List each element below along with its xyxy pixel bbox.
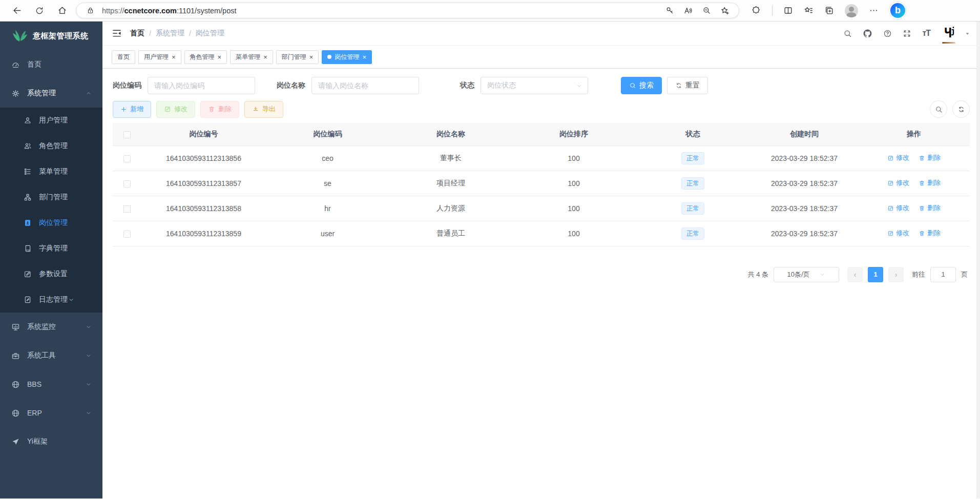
- tab-departments[interactable]: 部门管理: [276, 50, 319, 64]
- github-icon[interactable]: [863, 29, 872, 38]
- font-size-icon[interactable]: тT: [922, 29, 930, 38]
- sidebar-item-yi-framework[interactable]: Yi框架: [0, 427, 102, 456]
- tab-posts-active[interactable]: 岗位管理: [322, 50, 372, 64]
- address-bar[interactable]: https://ccnetcore.com:1101/system/post: [76, 3, 739, 18]
- breadcrumb-current: 岗位管理: [196, 29, 224, 38]
- close-icon[interactable]: [218, 53, 222, 61]
- close-icon[interactable]: [172, 53, 176, 61]
- close-icon[interactable]: [362, 53, 366, 61]
- status-select[interactable]: 岗位状态: [481, 77, 588, 94]
- sidebar-item-menus[interactable]: 菜单管理: [0, 159, 102, 184]
- user-avatar-logo[interactable]: Чj: [941, 25, 957, 41]
- reload-icon[interactable]: [31, 2, 48, 19]
- row-checkbox[interactable]: [123, 180, 131, 188]
- search-icon[interactable]: [843, 29, 852, 38]
- status-badge: 正常: [681, 227, 704, 240]
- zoom-out-icon[interactable]: [700, 4, 713, 17]
- read-aloud-icon[interactable]: [681, 4, 695, 17]
- sidebar-item-posts[interactable]: 岗位管理: [0, 210, 102, 236]
- more-icon[interactable]: [869, 6, 879, 15]
- select-all-checkbox[interactable]: [123, 131, 131, 138]
- chevron-down-icon: [85, 323, 92, 330]
- post-name-input[interactable]: [311, 77, 419, 94]
- collapse-menu-icon[interactable]: [112, 28, 122, 38]
- delete-button-disabled[interactable]: 删除: [200, 101, 239, 118]
- caret-down-icon[interactable]: [964, 30, 971, 37]
- sidebar-item-tools[interactable]: 系统工具: [0, 341, 102, 370]
- scrollbar[interactable]: [976, 22, 980, 498]
- prev-page-button[interactable]: ‹: [847, 267, 863, 282]
- row-delete-link[interactable]: 删除: [919, 178, 941, 188]
- copilot-icon[interactable]: b: [889, 2, 906, 19]
- sidebar-item-bbs[interactable]: BBS: [0, 370, 102, 399]
- tab-home[interactable]: 首页: [112, 50, 135, 64]
- app-title: 意框架管理系统: [33, 31, 89, 41]
- goto-page-input[interactable]: [930, 267, 956, 282]
- fullscreen-icon[interactable]: [903, 29, 911, 38]
- breadcrumb-home[interactable]: 首页: [130, 29, 144, 38]
- sidebar-item-parameters[interactable]: 参数设置: [0, 261, 102, 287]
- lock-icon[interactable]: [84, 4, 97, 17]
- reset-button[interactable]: 重置: [667, 77, 708, 94]
- add-favorite-icon[interactable]: [718, 4, 732, 17]
- row-edit-link[interactable]: 修改: [887, 228, 909, 238]
- cell-post-name: 人力资源: [389, 196, 512, 221]
- back-icon[interactable]: [8, 2, 26, 19]
- page-size-select[interactable]: 10条/页: [774, 267, 839, 282]
- favorites-icon[interactable]: [804, 6, 814, 15]
- next-page-button[interactable]: ›: [888, 267, 904, 282]
- post-code-input[interactable]: [148, 77, 255, 94]
- edit-square-icon: [24, 270, 32, 278]
- tab-roles[interactable]: 角色管理: [184, 50, 227, 64]
- row-delete-link[interactable]: 删除: [919, 228, 941, 238]
- export-button[interactable]: 导出: [244, 101, 283, 118]
- help-icon[interactable]: [883, 29, 892, 38]
- row-edit-link[interactable]: 修改: [887, 203, 909, 213]
- toggle-search-button[interactable]: [930, 100, 947, 118]
- tab-users[interactable]: 用户管理: [138, 50, 181, 64]
- row-checkbox[interactable]: [123, 155, 131, 162]
- sidebar-item-roles[interactable]: 角色管理: [0, 133, 102, 159]
- row-edit-link[interactable]: 修改: [887, 178, 909, 188]
- sidebar-item-erp[interactable]: ERP: [0, 399, 102, 427]
- sidebar-item-system[interactable]: 系统管理: [0, 79, 102, 108]
- sidebar-item-logs[interactable]: 日志管理: [0, 287, 102, 313]
- tab-menus[interactable]: 菜单管理: [230, 50, 273, 64]
- close-icon[interactable]: [263, 53, 267, 61]
- toolbox-icon: [11, 351, 20, 360]
- sidebar-item-departments[interactable]: 部门管理: [0, 184, 102, 210]
- row-delete-link[interactable]: 删除: [919, 153, 941, 162]
- cell-post-id: 1641030593112313858: [141, 196, 266, 221]
- cell-post-code: hr: [266, 196, 389, 221]
- chevron-down-icon: [576, 82, 582, 89]
- split-screen-icon[interactable]: [783, 6, 793, 15]
- refresh-table-button[interactable]: [952, 100, 970, 118]
- collections-icon[interactable]: [824, 6, 834, 15]
- download-icon: [252, 106, 259, 113]
- table-row: 1641030593112313857 se 项目经理 100 正常 2023-…: [113, 171, 970, 196]
- page-1-button[interactable]: 1: [868, 267, 883, 282]
- profile-avatar[interactable]: [845, 4, 858, 17]
- dictionary-icon: [24, 244, 32, 253]
- row-edit-link[interactable]: 修改: [887, 153, 909, 162]
- trash-icon: [208, 106, 215, 113]
- row-checkbox[interactable]: [123, 231, 131, 238]
- trash-icon: [919, 205, 925, 212]
- row-delete-link[interactable]: 删除: [919, 203, 941, 213]
- close-icon[interactable]: [309, 53, 314, 61]
- add-button[interactable]: 新增: [113, 101, 151, 118]
- extensions-icon[interactable]: [752, 6, 761, 15]
- sidebar-item-monitor[interactable]: 系统监控: [0, 313, 102, 341]
- column-status: 状态: [635, 123, 750, 145]
- sidebar-item-users[interactable]: 用户管理: [0, 108, 102, 133]
- sidebar-item-dictionary[interactable]: 字典管理: [0, 236, 102, 261]
- key-icon[interactable]: [663, 4, 676, 17]
- monitor-icon: [11, 323, 20, 331]
- edit-button-disabled[interactable]: 修改: [156, 101, 195, 118]
- search-button[interactable]: 搜索: [621, 77, 662, 94]
- sidebar-item-home[interactable]: 首页: [0, 50, 102, 79]
- home-icon[interactable]: [53, 2, 71, 19]
- row-checkbox[interactable]: [123, 205, 131, 213]
- app-logo[interactable]: 意框架管理系统: [0, 22, 102, 50]
- plant-logo-icon: [12, 29, 28, 43]
